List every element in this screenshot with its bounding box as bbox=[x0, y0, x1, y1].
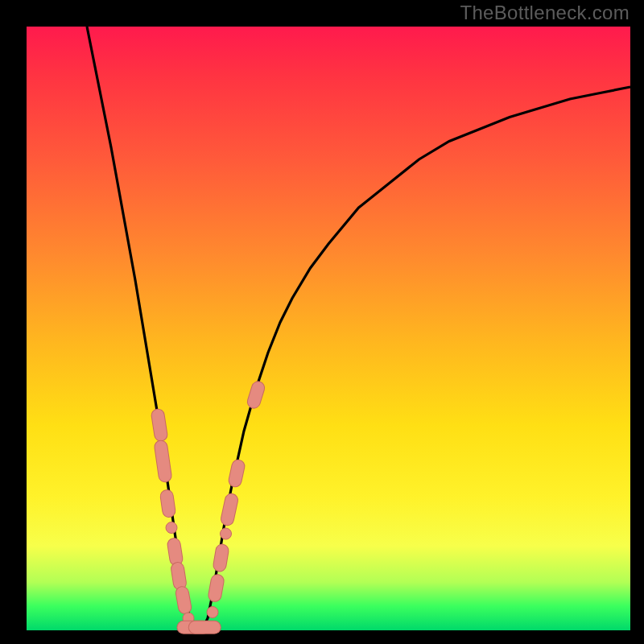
curve-marker bbox=[167, 497, 169, 511]
bottleneck-curve bbox=[27, 27, 630, 630]
curve-marker bbox=[178, 569, 180, 584]
chart-frame: TheBottleneck.com bbox=[0, 0, 644, 644]
curve-marker bbox=[158, 415, 161, 435]
curve-marker bbox=[174, 545, 176, 559]
curve-marker bbox=[254, 388, 258, 402]
curve-marker bbox=[182, 593, 184, 608]
curve-marker bbox=[215, 581, 217, 596]
curve-marker bbox=[220, 551, 222, 565]
marker-layer bbox=[158, 388, 258, 627]
curve-marker bbox=[207, 607, 218, 618]
curve-marker bbox=[235, 466, 238, 481]
curve-marker bbox=[221, 528, 232, 539]
curve-marker bbox=[227, 500, 231, 518]
watermark-text: TheBottleneck.com bbox=[460, 2, 630, 24]
curve-marker bbox=[161, 447, 165, 476]
curve-marker bbox=[166, 522, 177, 534]
curve-line bbox=[87, 27, 630, 630]
plot-area bbox=[27, 27, 630, 630]
